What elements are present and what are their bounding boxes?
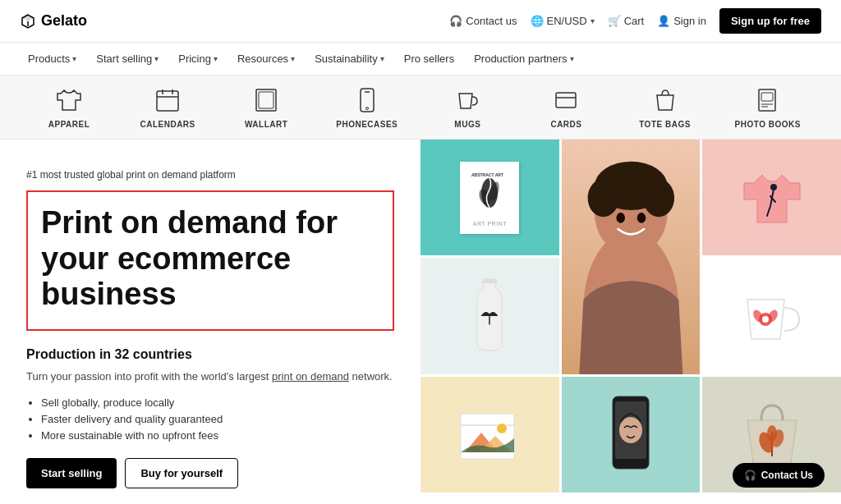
- cards-icon: [551, 85, 581, 115]
- photo-books-label: PHOTO BOOKS: [735, 120, 801, 129]
- contact-link[interactable]: 🎧 Contact us: [449, 15, 517, 27]
- man-portrait: [562, 140, 701, 374]
- svg-point-23: [643, 179, 674, 217]
- logo[interactable]: Gelato: [20, 12, 87, 30]
- chevron-down-icon: ▾: [72, 54, 76, 63]
- art-frame: ABSTRACT ART ART PRINT: [460, 162, 519, 234]
- grid-mug: [702, 258, 841, 373]
- nav-pricing[interactable]: Pricing ▾: [170, 43, 226, 76]
- wallart-label: WALLART: [245, 120, 287, 129]
- svg-rect-9: [556, 93, 576, 108]
- mugs-icon: [453, 85, 482, 115]
- grid-calendar: [420, 377, 559, 493]
- svg-point-26: [770, 184, 777, 190]
- category-photo-books[interactable]: PHOTO BOOKS: [735, 85, 801, 129]
- svg-point-8: [365, 108, 368, 110]
- cart-icon: 🛒: [608, 15, 621, 27]
- nav-production-partners[interactable]: Production partners ▾: [466, 43, 581, 76]
- phonecases-icon: [352, 85, 382, 115]
- svg-point-36: [497, 424, 507, 433]
- top-bar: Gelato 🎧 Contact us 🌐 EN/USD ▾ 🛒 Cart 👤 …: [0, 0, 841, 43]
- svg-rect-5: [259, 92, 273, 108]
- hero-description: Turn your passion into profit with the w…: [26, 369, 394, 385]
- category-cards[interactable]: CARDS: [537, 85, 595, 129]
- tote-bags-icon: [650, 85, 680, 115]
- svg-point-30: [762, 316, 769, 323]
- headset-icon: 🎧: [744, 470, 756, 481]
- svg-point-25: [636, 213, 646, 223]
- logo-text: Gelato: [41, 12, 87, 30]
- hero-sub-title: Production in 32 countries: [26, 347, 394, 362]
- svg-point-22: [587, 179, 618, 217]
- hero-title-box: Print on demand for your ecommerce busin…: [26, 190, 394, 331]
- grid-bottle: [420, 258, 559, 373]
- signup-button[interactable]: Sign up for free: [719, 8, 821, 34]
- language-selector[interactable]: 🌐 EN/USD ▾: [531, 15, 595, 27]
- phonecases-label: PHONECASES: [336, 120, 398, 129]
- category-apparel[interactable]: APPAREL: [40, 85, 98, 129]
- hero-title: Print on demand for your ecommerce busin…: [41, 205, 379, 313]
- hero-list: Sell globally, produce locally Faster de…: [26, 396, 394, 442]
- category-mugs[interactable]: MUGS: [439, 85, 496, 129]
- print-on-demand-link[interactable]: print on demand: [272, 370, 349, 383]
- apparel-label: APPAREL: [48, 120, 90, 129]
- chevron-down-icon: ▾: [380, 54, 384, 63]
- wallart-icon: [251, 85, 281, 115]
- chevron-down-icon: ▾: [591, 16, 595, 25]
- svg-point-24: [616, 213, 625, 223]
- mugs-label: MUGS: [454, 120, 480, 129]
- headphone-icon: 🎧: [449, 15, 462, 27]
- art-print-label: ART PRINT: [473, 221, 507, 227]
- svg-point-42: [767, 425, 777, 442]
- buy-for-yourself-button[interactable]: Buy for yourself: [125, 458, 238, 488]
- category-tote-bags[interactable]: TOTE BAGS: [636, 85, 694, 129]
- hero-right-grid: ABSTRACT ART ART PRINT: [420, 140, 841, 493]
- grid-artprint: ABSTRACT ART ART PRINT: [420, 140, 559, 255]
- browser-frame: Gelato 🎧 Contact us 🌐 EN/USD ▾ 🛒 Cart 👤 …: [0, 0, 841, 504]
- globe-icon: 🌐: [531, 15, 544, 27]
- nav-sustainability[interactable]: Sustainability ▾: [306, 43, 393, 76]
- main-nav: Products ▾ Start selling ▾ Pricing ▾ Res…: [0, 43, 841, 76]
- chevron-down-icon: ▾: [214, 54, 218, 63]
- apparel-icon: [54, 85, 84, 115]
- svg-rect-32: [461, 414, 514, 425]
- list-item: Faster delivery and quality guaranteed: [41, 413, 394, 425]
- tote-bags-label: TOTE BAGS: [639, 120, 691, 129]
- grid-man: [562, 140, 701, 374]
- nav-resources[interactable]: Resources ▾: [229, 43, 303, 76]
- category-wallart[interactable]: WALLART: [237, 85, 295, 129]
- calendars-icon: [153, 85, 182, 115]
- svg-rect-4: [256, 89, 276, 111]
- category-calendars[interactable]: CALENDARS: [139, 85, 196, 129]
- category-bar: APPAREL CALENDARS WALLART: [0, 76, 841, 140]
- top-right-nav: 🎧 Contact us 🌐 EN/USD ▾ 🛒 Cart 👤 Sign in…: [449, 8, 821, 34]
- list-item: Sell globally, produce locally: [41, 396, 394, 409]
- list-item: More sustainable with no upfront fees: [41, 429, 394, 442]
- nav-pro-sellers[interactable]: Pro sellers: [396, 43, 462, 76]
- chevron-down-icon: ▾: [291, 54, 295, 63]
- cards-label: CARDS: [550, 120, 581, 129]
- user-icon: 👤: [657, 15, 670, 27]
- calendars-label: CALENDARS: [140, 120, 195, 129]
- category-phonecases[interactable]: PHONECASES: [336, 85, 398, 129]
- nav-products[interactable]: Products ▾: [20, 43, 85, 76]
- chevron-down-icon: ▾: [154, 54, 159, 63]
- cart-link[interactable]: 🛒 Cart: [608, 15, 645, 27]
- signin-link[interactable]: 👤 Sign in: [657, 15, 706, 27]
- hero-tagline: #1 most trusted global print on demand p…: [26, 169, 394, 181]
- photo-books-icon: [753, 85, 783, 115]
- hero-left: #1 most trusted global print on demand p…: [0, 140, 420, 493]
- grid-phone: [562, 377, 701, 493]
- svg-rect-12: [761, 93, 773, 101]
- grid-tshirt: [702, 140, 841, 255]
- chevron-down-icon: ▾: [570, 54, 574, 63]
- hero-buttons: Start selling Buy for yourself: [26, 458, 394, 488]
- start-selling-button[interactable]: Start selling: [26, 458, 117, 488]
- nav-start-selling[interactable]: Start selling ▾: [88, 43, 167, 76]
- svg-text:ABSTRACT ART: ABSTRACT ART: [471, 172, 503, 177]
- hero-section: #1 most trusted global print on demand p…: [0, 140, 841, 493]
- contact-chat-button[interactable]: 🎧 Contact Us: [733, 463, 825, 488]
- svg-rect-0: [157, 91, 178, 111]
- svg-point-39: [619, 417, 642, 443]
